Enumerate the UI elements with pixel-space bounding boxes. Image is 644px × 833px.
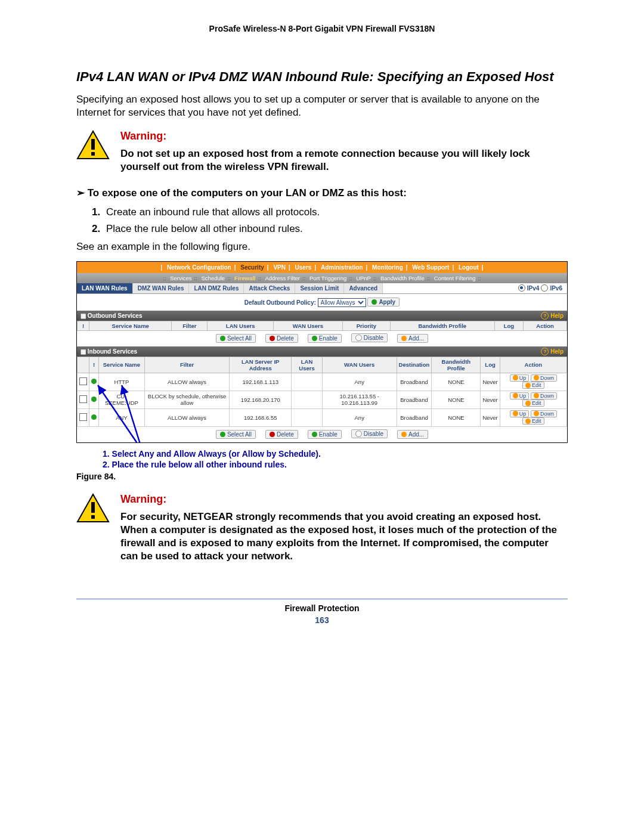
warning-block-1: Warning: Do not set up an exposed host f…: [76, 130, 568, 174]
nav-monitoring[interactable]: Monitoring: [370, 264, 405, 271]
ipv6-radio[interactable]: [541, 284, 548, 292]
add-button[interactable]: Add...: [397, 430, 428, 439]
add-button[interactable]: Add...: [397, 334, 428, 343]
figure-label: Figure 84.: [76, 472, 568, 481]
nav-network[interactable]: Network Configuration: [165, 264, 233, 271]
nav-admin[interactable]: Administration: [319, 264, 365, 271]
row-checkbox[interactable]: [79, 377, 87, 385]
nav-users[interactable]: Users: [293, 264, 314, 271]
subnav-firewall[interactable]: Firewall: [232, 275, 258, 281]
row-checkbox[interactable]: [79, 395, 87, 403]
ipv4-radio[interactable]: [518, 284, 525, 292]
step-1: 1.Create an inbound rule that allows all…: [92, 205, 568, 219]
edit-button[interactable]: Edit: [522, 382, 544, 389]
inbound-services-bar: ▦ Inbound Services ?Help: [77, 346, 567, 357]
outbound-table: ! Service Name Filter LAN Users WAN User…: [77, 321, 567, 331]
subnav-content-filtering[interactable]: Content Filtering: [432, 275, 478, 281]
svg-rect-2: [91, 152, 95, 156]
table-row: HTTP ALLOW always 192.168.1.113 Any Broa…: [78, 373, 567, 391]
doc-header: ProSafe Wireless-N 8-Port Gigabit VPN Fi…: [76, 24, 568, 33]
subnav-port-triggering[interactable]: Port Triggering: [307, 275, 349, 281]
down-button[interactable]: Down: [531, 374, 557, 382]
delete-button[interactable]: Delete: [265, 334, 298, 343]
inbound-table: ! Service Name Filter LAN Server IP Addr…: [77, 357, 567, 427]
subnav-upnp[interactable]: UPnP: [354, 275, 373, 281]
outbound-policy-select[interactable]: Allow Always: [318, 298, 366, 307]
tab-lan-wan-rules[interactable]: LAN WAN Rules: [77, 283, 133, 293]
policy-row: Default Outbound Policy: Allow Always Ap…: [77, 294, 567, 311]
status-dot-icon: [91, 379, 97, 384]
warning-label: Warning:: [120, 493, 568, 506]
subnav-bandwidth[interactable]: Bandwidth Profile: [378, 275, 427, 281]
nav-vpn[interactable]: VPN: [271, 264, 287, 271]
subnav-schedule[interactable]: Schedule: [199, 275, 228, 281]
warning-body-2: For security, NETGEAR strongly recommend…: [120, 510, 568, 563]
help-link-outbound[interactable]: ?Help: [541, 312, 564, 320]
procedure-heading: ➢ To expose one of the computers on your…: [76, 187, 568, 199]
down-button[interactable]: Down: [531, 392, 557, 400]
tab-dmz-wan-rules[interactable]: DMZ WAN Rules: [133, 283, 190, 293]
help-link-inbound[interactable]: ?Help: [541, 348, 564, 355]
edit-button[interactable]: Edit: [522, 417, 544, 425]
nav-logout[interactable]: Logout: [457, 264, 481, 271]
disable-button[interactable]: Disable: [351, 333, 388, 342]
nav-websupport[interactable]: Web Support: [410, 264, 451, 271]
edit-button[interactable]: Edit: [522, 400, 544, 407]
select-all-button[interactable]: Select All: [216, 430, 256, 439]
section-title: IPv4 LAN WAN or IPv4 DMZ WAN Inbound Rul…: [76, 69, 568, 85]
enable-button[interactable]: Enable: [308, 430, 342, 439]
tab-advanced[interactable]: Advanced: [344, 283, 383, 293]
warning-block-2: Warning: For security, NETGEAR strongly …: [76, 493, 568, 563]
warning-triangle-icon: [76, 130, 110, 160]
see-line: See an example in the following figure.: [76, 241, 568, 253]
step-2: 2.Place the rule below all other inbound…: [92, 222, 568, 236]
warning-label: Warning:: [120, 130, 568, 143]
select-all-button[interactable]: Select All: [216, 334, 256, 343]
subnav-address-filter[interactable]: Address Filter: [262, 275, 302, 281]
footer-rule: [76, 599, 568, 599]
up-button[interactable]: Up: [510, 374, 530, 382]
warning-body-1: Do not set up an exposed host from a rem…: [120, 147, 568, 174]
delete-button[interactable]: Delete: [265, 430, 298, 439]
figure: | Network Configuration| Security| VPN| …: [76, 261, 568, 443]
sub-nav: :: Services:: Schedule:: Firewall:: Addr…: [77, 273, 567, 283]
status-dot-icon: [91, 414, 97, 420]
subnav-services[interactable]: Services: [168, 275, 194, 281]
warning-triangle-icon: [76, 493, 110, 523]
tab-attack-checks[interactable]: Attack Checks: [244, 283, 295, 293]
page-footer: Firewall Protection 163: [76, 603, 568, 625]
disable-button[interactable]: Disable: [351, 429, 388, 438]
nav-security[interactable]: Security: [239, 264, 265, 271]
down-button[interactable]: Down: [531, 410, 557, 417]
table-row: CU-SEEME:UDP BLOCK by schedule, otherwis…: [78, 391, 567, 408]
enable-button[interactable]: Enable: [308, 334, 342, 343]
tabs-row: LAN WAN Rules DMZ WAN Rules LAN DMZ Rule…: [77, 283, 567, 294]
apply-button[interactable]: Apply: [367, 298, 400, 306]
table-row: ANY ALLOW always 192.168.6.55 Any Broadb…: [78, 408, 567, 426]
top-nav: | Network Configuration| Security| VPN| …: [77, 262, 567, 273]
status-dot-icon: [91, 397, 97, 402]
tab-session-limit[interactable]: Session Limit: [295, 283, 344, 293]
up-button[interactable]: Up: [510, 410, 530, 417]
up-button[interactable]: Up: [510, 392, 530, 400]
tab-lan-dmz-rules[interactable]: LAN DMZ Rules: [189, 283, 244, 293]
outbound-services-bar: ▦ Outbound Services ?Help: [77, 311, 567, 321]
figure-callouts: 1. Select Any and Allow Always (or Allow…: [103, 449, 568, 469]
svg-rect-7: [91, 515, 95, 519]
intro-paragraph: Specifying an exposed host allows you to…: [76, 93, 568, 119]
row-checkbox[interactable]: [79, 413, 87, 421]
svg-rect-6: [91, 502, 95, 513]
svg-rect-1: [91, 139, 95, 150]
